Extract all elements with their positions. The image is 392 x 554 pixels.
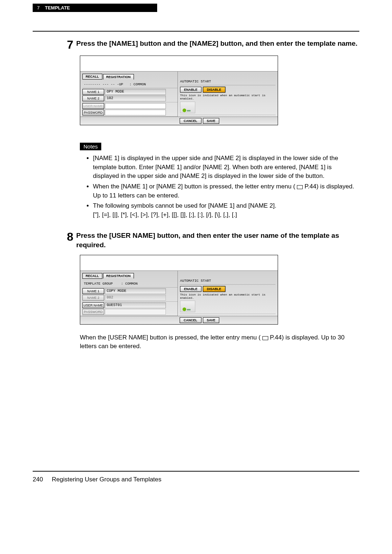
name2-value[interactable]: 102 <box>105 95 166 101</box>
name1-button-2[interactable]: NAME 1 <box>82 288 104 294</box>
template-group-line: -------- --- -- -UP : COMMON <box>82 82 177 88</box>
automatic-start-label: AUTOMATIC START <box>180 79 275 85</box>
panel-1-wrap: RECALL REGISTRATION -------- --- -- -UP … <box>80 56 359 219</box>
registration-panel-2: RECALL REGISTRATION TEMPLATE GROUP : COM… <box>80 255 278 325</box>
recall-tab[interactable]: RECALL <box>82 74 102 80</box>
password-button[interactable]: PASSWORD <box>82 110 104 115</box>
note-3-a: The following symbols cannot be used for… <box>93 202 277 209</box>
username-button[interactable]: USER NAME <box>82 103 104 109</box>
notes-badge: Notes <box>80 143 101 150</box>
name2-value-2[interactable]: 002 <box>105 295 166 301</box>
autostart-hint: This icon is indicated when an automatic… <box>180 94 275 101</box>
step-number-8: 8 <box>65 231 73 243</box>
registration-tab-2[interactable]: REGISTRATION <box>103 273 134 278</box>
step-7: 7 Press the [NAME1] button and the [NAME… <box>65 39 359 50</box>
name2-button[interactable]: NAME 2 <box>82 95 104 101</box>
disable-button[interactable]: DISABLE <box>203 87 225 93</box>
footer-title: Registering User Groups and Templates <box>52 476 162 483</box>
template-group-line-2: TEMPLATE GROUP : COMMON <box>82 281 177 288</box>
note-2-a: When the [NAME 1] or [NAME 2] button is … <box>93 183 295 190</box>
username-value[interactable] <box>105 103 166 109</box>
enable-button-2[interactable]: ENABLE <box>180 286 201 292</box>
note-item-3: The following symbols cannot be used for… <box>93 201 359 219</box>
step-number-7: 7 <box>65 39 73 50</box>
save-button-2[interactable]: SAVE <box>203 317 220 323</box>
page-number: 240 <box>33 476 50 483</box>
password-value[interactable] <box>105 110 166 115</box>
name1-button[interactable]: NAME 1 <box>82 89 104 95</box>
book-icon-2 <box>262 335 268 340</box>
recall-tab-2[interactable]: RECALL <box>82 273 102 279</box>
username-button-2[interactable]: USER NAME <box>82 302 104 308</box>
save-button[interactable]: SAVE <box>203 118 220 124</box>
step-7-text: Press the [NAME1] button and the [NAME2]… <box>76 39 359 48</box>
section-number: 7 <box>37 5 40 11</box>
registration-tab[interactable]: REGISTRATION <box>103 74 134 80</box>
note-item-2: When the [NAME 1] or [NAME 2] button is … <box>93 182 359 200</box>
step-8: 8 Press the [USER NAME] button, and then… <box>65 231 359 249</box>
password-button-2[interactable]: PASSWORD <box>82 309 104 315</box>
section-title: TEMPLATE <box>45 5 70 11</box>
password-value-2[interactable] <box>105 309 166 315</box>
name1-value[interactable]: OPY MODE <box>105 89 166 95</box>
name2-button-2[interactable]: NAME 2 <box>82 295 104 301</box>
note-3-b: ["], [=], [|], [*], [<], [>], [?], [+], … <box>93 211 237 218</box>
autostart-hint-2: This icon is indicated when an automatic… <box>180 293 275 300</box>
note-item-1: [NAME 1] is displayed in the upper side … <box>93 154 359 181</box>
cancel-button-2[interactable]: CANCEL <box>180 317 201 323</box>
autostart-icon <box>180 102 195 113</box>
page-header: 7 TEMPLATE <box>0 0 392 12</box>
automatic-start-label-2: AUTOMATIC START <box>180 278 275 285</box>
horizontal-rule <box>33 31 359 32</box>
step-8-footnote: When the [USER NAME] button is pressed, … <box>80 333 359 351</box>
section-tab: 7 TEMPLATE <box>33 4 157 12</box>
tab-row-2: RECALL REGISTRATION <box>82 273 177 279</box>
username-value-2[interactable]: GUEST01 <box>105 302 166 308</box>
cancel-button[interactable]: CANCEL <box>180 118 201 124</box>
panel-2-wrap: RECALL REGISTRATION TEMPLATE GROUP : COM… <box>80 255 359 351</box>
enable-button[interactable]: ENABLE <box>180 87 201 93</box>
step-8-text: Press the [USER NAME] button, and then e… <box>76 231 359 249</box>
tab-row: RECALL REGISTRATION <box>82 74 177 80</box>
name1-value-2[interactable]: COPY MODE <box>105 288 166 294</box>
notes-list: [NAME 1] is displayed in the upper side … <box>80 154 359 219</box>
page-footer: 240 Registering User Groups and Template… <box>33 471 359 483</box>
book-icon <box>297 184 303 189</box>
registration-panel-1: RECALL REGISTRATION -------- --- -- -UP … <box>80 56 278 125</box>
footnote-a: When the [USER NAME] button is pressed, … <box>80 334 261 341</box>
autostart-icon-2 <box>180 301 195 312</box>
disable-button-2[interactable]: DISABLE <box>203 286 225 292</box>
